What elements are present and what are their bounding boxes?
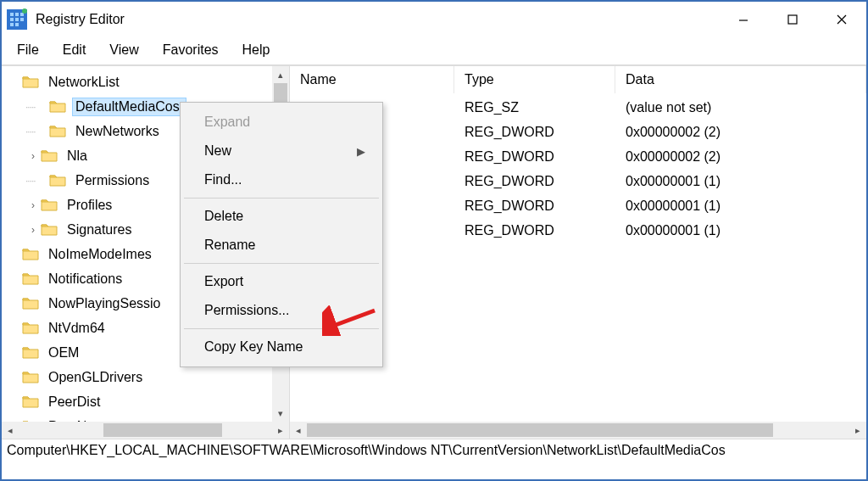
context-menu-label: Rename (204, 238, 255, 253)
tree-item-label: Signatures (64, 221, 135, 238)
tree-item-label: NtVdm64 (46, 320, 108, 337)
scroll-down-icon[interactable]: ▾ (272, 405, 289, 422)
menubar: File Edit View Favorites Help (2, 37, 866, 65)
context-menu-label: Delete (204, 209, 243, 224)
context-menu-separator (184, 263, 379, 264)
svg-rect-3 (20, 13, 24, 16)
tree-item-label: Notifications (46, 271, 125, 288)
tree-item-label: Permissions (73, 172, 152, 189)
tree-item[interactable]: OpenGLDrivers (2, 365, 289, 389)
tree-connector-icon: ····· (25, 126, 49, 137)
context-menu-item[interactable]: Delete (182, 202, 381, 231)
tree-horizontal-scrollbar[interactable]: ◂ ▸ (2, 422, 289, 439)
menu-favorites[interactable]: Favorites (153, 39, 229, 61)
context-menu: ExpandNew▶Find...DeleteRenameExportPermi… (180, 102, 383, 367)
value-type: REG_SZ (454, 100, 615, 115)
chevron-right-icon[interactable]: › (25, 150, 41, 162)
close-button[interactable] (817, 2, 866, 37)
value-data: 0x00000001 (1) (615, 199, 866, 214)
value-type: REG_DWORD (454, 174, 615, 189)
scroll-left-icon[interactable]: ◂ (2, 425, 19, 436)
app-icon (5, 8, 29, 31)
scroll-left-icon[interactable]: ◂ (290, 425, 307, 436)
minimize-button[interactable] (719, 2, 768, 37)
svg-rect-1 (10, 13, 14, 16)
column-name[interactable]: Name (290, 66, 454, 93)
svg-rect-4 (10, 18, 14, 21)
tree-item-label: NetworkList (46, 74, 122, 91)
folder-icon (49, 173, 68, 188)
context-menu-item[interactable]: Find... (182, 165, 381, 194)
menu-view[interactable]: View (99, 39, 148, 61)
value-data: 0x00000002 (2) (615, 149, 866, 165)
list-horizontal-scrollbar[interactable]: ◂ ▸ (290, 422, 866, 439)
svg-rect-6 (20, 18, 24, 21)
folder-icon (41, 198, 59, 213)
context-menu-label: Export (204, 274, 243, 289)
context-menu-label: Expand (204, 115, 250, 130)
folder-icon (22, 394, 41, 410)
tree-item-label: OpenGLDrivers (46, 369, 145, 386)
folder-icon (22, 321, 41, 336)
context-menu-item[interactable]: Permissions... (182, 296, 381, 325)
tree-item[interactable]: PeerDist (2, 389, 289, 414)
context-menu-item[interactable]: New▶ (182, 137, 381, 165)
svg-point-9 (22, 8, 27, 14)
svg-rect-5 (15, 18, 19, 21)
tree-item-label: Nla (64, 148, 90, 165)
context-menu-item[interactable]: Rename (182, 231, 381, 260)
value-type: REG_DWORD (454, 223, 615, 238)
tree-item-root[interactable]: NetworkList (2, 70, 289, 94)
folder-icon (49, 99, 68, 115)
folder-icon (22, 75, 41, 90)
folder-icon (49, 124, 68, 139)
tree-connector-icon: ····· (25, 175, 49, 187)
context-menu-item[interactable]: Copy Key Name (182, 333, 381, 361)
value-data: 0x00000001 (1) (615, 174, 866, 189)
tree-connector-icon: ····· (25, 101, 49, 113)
menu-file[interactable]: File (7, 39, 49, 61)
scroll-thumb[interactable] (307, 423, 773, 437)
context-menu-separator (184, 328, 379, 329)
maximize-button[interactable] (768, 2, 817, 37)
tree-item-label: OEM (46, 344, 81, 361)
folder-icon (22, 296, 41, 311)
titlebar: Registry Editor (2, 2, 866, 37)
folder-icon (22, 271, 41, 287)
folder-icon (41, 148, 59, 164)
context-menu-label: Permissions... (204, 303, 289, 318)
value-type: REG_DWORD (454, 125, 615, 140)
tree-item-label: Profiles (64, 197, 114, 214)
chevron-right-icon[interactable]: › (25, 224, 41, 236)
status-bar: Computer\HKEY_LOCAL_MACHINE\SOFTWARE\Mic… (2, 439, 866, 464)
svg-rect-7 (10, 23, 14, 26)
value-data: 0x00000002 (2) (615, 125, 866, 140)
column-headers: Name Type Data (290, 66, 866, 93)
scroll-right-icon[interactable]: ▸ (849, 425, 866, 436)
folder-icon (22, 247, 41, 262)
value-type: REG_DWORD (454, 199, 615, 214)
svg-rect-2 (15, 13, 19, 16)
tree-item[interactable]: PeerNet (2, 414, 289, 422)
scroll-right-icon[interactable]: ▸ (272, 425, 289, 436)
window-controls (719, 2, 866, 37)
tree-item-label: NowPlayingSessio (46, 295, 164, 312)
chevron-right-icon[interactable]: › (25, 199, 41, 211)
tree-item-label: NoImeModeImes (46, 246, 154, 263)
value-data: (value not set) (615, 100, 866, 115)
context-menu-label: Copy Key Name (204, 339, 303, 355)
window-title: Registry Editor (36, 12, 719, 27)
scroll-thumb[interactable] (103, 423, 222, 437)
menu-help[interactable]: Help (232, 39, 281, 61)
folder-icon (22, 345, 41, 361)
menu-edit[interactable]: Edit (53, 39, 97, 61)
scroll-up-icon[interactable]: ▴ (272, 66, 289, 83)
value-data: 0x00000001 (1) (615, 223, 866, 238)
svg-rect-8 (15, 23, 19, 26)
context-menu-item[interactable]: Export (182, 267, 381, 296)
tree-item-label: NewNetworks (73, 123, 162, 140)
column-type[interactable]: Type (454, 66, 615, 93)
column-data[interactable]: Data (615, 66, 866, 93)
content-area: NetworkList ·····DefaultMediaCost·····Ne… (2, 65, 866, 439)
folder-icon (41, 222, 59, 238)
